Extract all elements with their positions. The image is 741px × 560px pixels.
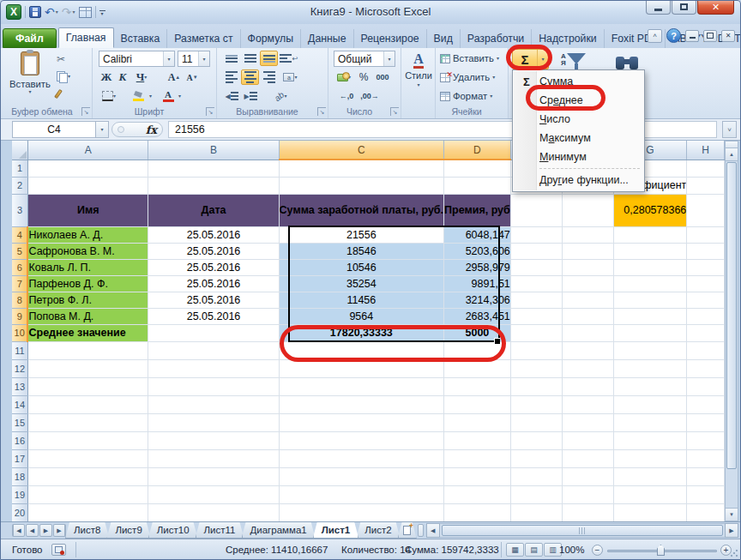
zoom-out-button[interactable]: −: [592, 545, 603, 556]
cell-D9[interactable]: 2683,451: [444, 308, 511, 324]
last-sheet-button[interactable]: ▶: [53, 524, 66, 537]
cell-B1[interactable]: [148, 160, 279, 177]
cell-B14[interactable]: [148, 395, 279, 413]
menu-item-sum[interactable]: ΣСумма: [514, 72, 643, 91]
row-header-10[interactable]: 10: [12, 324, 27, 341]
cell-F19[interactable]: [562, 485, 613, 503]
row-header-3[interactable]: 3: [12, 194, 27, 226]
cell-A17[interactable]: [27, 449, 148, 467]
cell-G9[interactable]: [613, 308, 687, 324]
datasheet-view-button[interactable]: [79, 7, 92, 18]
name-box[interactable]: C4: [12, 121, 96, 138]
cell-C5[interactable]: 18546: [279, 243, 443, 259]
accounting-format-button[interactable]: ▾: [333, 69, 355, 85]
cell-H13[interactable]: [687, 377, 725, 395]
cell-C10[interactable]: 17820,33333: [279, 324, 443, 341]
cell-E7[interactable]: [510, 275, 562, 292]
row-header-5[interactable]: 5: [12, 243, 27, 259]
cell-C11[interactable]: [279, 341, 443, 359]
cell-H7[interactable]: [687, 275, 725, 292]
workbook-minimize-button[interactable]: [685, 30, 699, 42]
cell-B7[interactable]: 25.05.2016: [148, 275, 279, 292]
cell-F9[interactable]: [562, 308, 613, 324]
row-header-19[interactable]: 19: [12, 485, 27, 503]
cell-A12[interactable]: [27, 359, 148, 377]
fill-color-button[interactable]: [128, 88, 148, 104]
dropdown-arrow-icon[interactable]: ▾: [56, 9, 58, 15]
cell-A4[interactable]: Николаев А. Д.: [27, 226, 148, 243]
cell-C17[interactable]: [279, 449, 443, 467]
cell-H19[interactable]: [687, 485, 725, 503]
row-header-6[interactable]: 6: [12, 259, 27, 275]
vertical-scroll-track[interactable]: [726, 161, 738, 508]
resize-grip[interactable]: [729, 548, 739, 558]
row-header-4[interactable]: 4: [12, 226, 27, 243]
sheet-tab-sheet11[interactable]: Лист11: [196, 522, 244, 539]
col-header-D[interactable]: D: [444, 141, 511, 160]
cell-E20[interactable]: [510, 503, 562, 521]
sheet-tab-sheet2[interactable]: Лист2: [356, 522, 400, 539]
cell-G18[interactable]: [613, 467, 687, 485]
cell-F13[interactable]: [562, 377, 613, 395]
menu-item-more-functions[interactable]: Другие функции...: [514, 171, 643, 190]
cell-D4[interactable]: 6048,147: [444, 226, 511, 243]
align-bottom-button[interactable]: [260, 51, 278, 66]
cell-G6[interactable]: [613, 259, 687, 275]
row-header-17[interactable]: 17: [12, 449, 27, 467]
italic-button[interactable]: К: [115, 69, 130, 85]
menu-item-max[interactable]: Максимум: [514, 129, 643, 148]
cell-D10[interactable]: 5000: [444, 324, 511, 341]
dropdown-arrow-icon[interactable]: ▾: [383, 51, 395, 66]
format-painter-button[interactable]: [54, 86, 83, 101]
cell-B20[interactable]: [148, 503, 279, 521]
cell-F20[interactable]: [562, 503, 613, 521]
cell-A18[interactable]: [27, 467, 148, 485]
vertical-scroll-thumb[interactable]: [726, 162, 737, 469]
cell-E8[interactable]: [510, 292, 562, 308]
cell-A14[interactable]: [27, 395, 148, 413]
cell-A20[interactable]: [27, 503, 148, 521]
cell-E16[interactable]: [510, 431, 562, 449]
cell-H9[interactable]: [687, 308, 725, 324]
align-right-button[interactable]: [260, 69, 278, 85]
cell-A7[interactable]: Парфенов Д. Ф.: [27, 275, 148, 292]
cell-F6[interactable]: [562, 259, 613, 275]
cell-E11[interactable]: [510, 341, 562, 359]
row-header-11[interactable]: 11: [12, 341, 27, 359]
col-header-A[interactable]: A: [27, 141, 148, 160]
cell-F3[interactable]: [562, 194, 613, 226]
scroll-left-button[interactable]: ◀: [426, 523, 440, 538]
expand-formula-bar-button[interactable]: ˅: [722, 121, 737, 138]
cell-G4[interactable]: [613, 226, 687, 243]
cell-C2[interactable]: [279, 177, 443, 194]
font-name-combo[interactable]: Calibri ▾: [99, 51, 175, 67]
cell-D17[interactable]: [444, 449, 511, 467]
cell-H6[interactable]: [687, 259, 725, 275]
cell-G14[interactable]: [613, 395, 687, 413]
cell-B2[interactable]: [148, 177, 279, 194]
scroll-up-button[interactable]: ▲: [726, 148, 738, 161]
cell-B4[interactable]: 25.05.2016: [148, 226, 279, 243]
cell-E13[interactable]: [510, 377, 562, 395]
ribbon-tab-file[interactable]: Файл: [3, 28, 57, 48]
cell-H12[interactable]: [687, 359, 725, 377]
cell-H4[interactable]: [687, 226, 725, 243]
scroll-down-button[interactable]: ▼: [726, 508, 738, 521]
name-box-dropdown[interactable]: ▾: [96, 121, 109, 138]
cell-G13[interactable]: [613, 377, 687, 395]
cell-F5[interactable]: [562, 243, 613, 259]
cell-E10[interactable]: [510, 324, 562, 341]
cell-F16[interactable]: [562, 431, 613, 449]
sheet-tab-sheet1[interactable]: Лист1: [313, 522, 359, 539]
cell-D3[interactable]: Премия, руб: [444, 194, 511, 226]
row-header-18[interactable]: 18: [12, 467, 27, 485]
cell-B12[interactable]: [148, 359, 279, 377]
ribbon-tab-insert[interactable]: Вставка: [114, 29, 168, 48]
cell-B5[interactable]: 25.05.2016: [148, 243, 279, 259]
fill-handle[interactable]: [494, 338, 500, 344]
zoom-level[interactable]: 100%: [559, 545, 584, 555]
help-button[interactable]: ?: [666, 28, 681, 43]
cell-E3[interactable]: [510, 194, 562, 226]
cell-D7[interactable]: 9891,51: [444, 275, 511, 292]
cell-B3[interactable]: Дата: [148, 194, 279, 226]
